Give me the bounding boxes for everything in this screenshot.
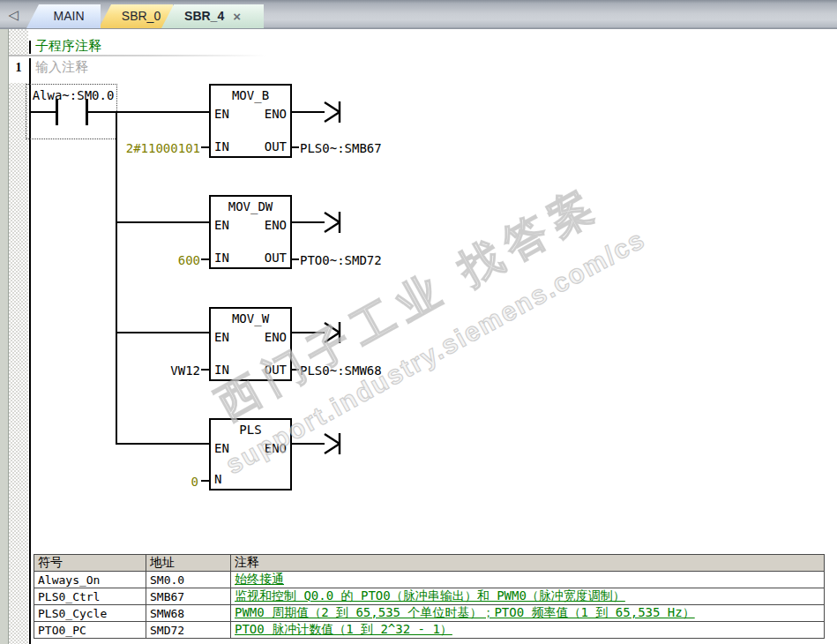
contact-bar-left[interactable]: [56, 99, 58, 125]
wire: [117, 443, 209, 445]
operand-out-value[interactable]: PTO0~:SMD72: [300, 253, 382, 267]
tab-bar: ◁ MAIN SBR_0 SBR_4 ×: [0, 0, 837, 29]
pin-in-label: IN: [214, 139, 229, 154]
block-title: MOV_W: [211, 311, 290, 326]
cell-symbol: PLS0_Cycle: [34, 605, 146, 622]
pin-en-label: EN: [214, 441, 229, 455]
wire: [292, 332, 325, 333]
cell-symbol: PLS0_Ctrl: [34, 588, 146, 605]
wire: [117, 221, 209, 223]
cell-symbol: PTO0_PC: [34, 622, 146, 639]
table-row: PLS0_Cycle SMW68 PWM0 周期值（2 到 65,535 个单位…: [34, 605, 825, 622]
power-rail: [29, 58, 31, 644]
wire: [117, 332, 209, 333]
table-row: PLS0_Ctrl SMB67 监视和控制 Q0.0 的 PTO0（脉冲串输出）…: [34, 588, 825, 605]
block-pls[interactable]: PLS EN ENO N: [209, 418, 292, 490]
pin-tick: [292, 369, 299, 371]
col-header-address: 地址: [146, 555, 231, 572]
pin-out-label: OUT: [265, 139, 287, 154]
operand-in-value[interactable]: 0: [94, 475, 198, 489]
operand-out-value[interactable]: PLS0~:SMW68: [300, 363, 382, 378]
tab-main[interactable]: MAIN: [26, 4, 101, 28]
open-wire-arrow-icon: [321, 432, 344, 455]
wire: [31, 111, 56, 113]
block-mov-dw[interactable]: MOV_DW EN ENO IN OUT: [209, 195, 292, 269]
symbol-table-header-row: 符号 地址 注释: [34, 555, 825, 572]
pin-tick: [292, 258, 299, 260]
pin-out-label: OUT: [265, 251, 287, 265]
pin-in-label: IN: [214, 251, 229, 265]
cell-comment: PWM0 周期值（2 到 65,535 个单位时基）；PTO0 频率值（1 到 …: [231, 605, 825, 622]
block-title: PLS: [211, 423, 290, 437]
pin-eno-label: ENO: [265, 218, 287, 232]
pin-in-label: IN: [214, 363, 229, 377]
wire: [292, 443, 325, 445]
cell-symbol: Always_On: [34, 572, 146, 588]
program-comment[interactable]: 子程序注释: [35, 38, 101, 55]
pin-eno-label: ENO: [265, 107, 287, 121]
operand-in-value[interactable]: VW12: [94, 363, 200, 378]
pin-en-label: EN: [214, 330, 229, 344]
block-title: MOV_DW: [211, 199, 290, 213]
left-splitter[interactable]: [0, 29, 9, 644]
pin-tick: [201, 146, 209, 148]
pin-tick: [201, 480, 209, 482]
open-wire-arrow-icon: [321, 321, 344, 344]
close-icon[interactable]: ×: [233, 4, 241, 28]
pin-out-label: OUT: [265, 363, 287, 377]
col-header-comment: 注释: [231, 555, 825, 572]
wire: [88, 111, 209, 113]
symbol-info-table: 符号 地址 注释 Always_On SM0.0 始终接通 PLS0_Ctrl …: [34, 554, 825, 639]
cell-address: SMW68: [146, 605, 231, 622]
open-wire-arrow-icon: [321, 101, 344, 124]
tab-scroll-left-icon[interactable]: ◁: [4, 4, 23, 26]
tab-sbr0[interactable]: SBR_0: [99, 4, 173, 28]
operand-in-value[interactable]: 2#11000101: [94, 141, 200, 155]
header-separator: [9, 55, 266, 56]
branch-wire: [116, 111, 117, 445]
wire: [292, 221, 325, 223]
block-mov-b[interactable]: MOV_B EN ENO IN OUT: [209, 84, 292, 158]
tab-sbr4[interactable]: SBR_4 ×: [161, 4, 264, 28]
pin-tick: [292, 146, 299, 148]
contact-operand[interactable]: Alwa~:SM0.0: [30, 88, 116, 102]
pin-tick: [201, 369, 209, 371]
wire: [292, 111, 325, 113]
cell-address: SMB67: [146, 588, 231, 605]
cell-address: SM0.0: [146, 572, 231, 588]
col-header-symbol: 符号: [34, 555, 146, 572]
pin-n-label: N: [214, 472, 221, 486]
network-comment[interactable]: 输入注释: [35, 59, 88, 76]
operand-out-value[interactable]: PLS0~:SMB67: [300, 141, 382, 155]
operand-in-value[interactable]: 600: [94, 253, 200, 267]
cell-comment: 监视和控制 Q0.0 的 PTO0（脉冲串输出）和 PWM0（脉冲宽度调制）: [231, 588, 825, 605]
block-title: MOV_B: [211, 88, 290, 102]
cell-comment: 始终接通: [231, 572, 825, 588]
tab-sbr4-label: SBR_4: [184, 4, 224, 28]
pin-en-label: EN: [214, 107, 229, 121]
pin-eno-label: ENO: [265, 330, 287, 344]
pin-eno-label: ENO: [265, 441, 287, 455]
network-number: 1: [10, 61, 27, 77]
table-row: PTO0_PC SMD72 PTO0 脉冲计数值（1 到 2^32 - 1）: [34, 622, 825, 639]
pin-tick: [201, 258, 209, 260]
pin-en-label: EN: [214, 218, 229, 232]
block-mov-w[interactable]: MOV_W EN ENO IN OUT: [209, 307, 292, 381]
cell-address: SMD72: [146, 622, 231, 639]
program-comment-cursor-bar: [29, 41, 31, 54]
cell-comment: PTO0 脉冲计数值（1 到 2^32 - 1）: [231, 622, 825, 639]
table-row: Always_On SM0.0 始终接通: [34, 572, 825, 588]
open-wire-arrow-icon: [321, 211, 344, 234]
ladder-editor-window: ◁ MAIN SBR_0 SBR_4 × 1 子程序注释 输入注释 西门子工业 …: [0, 0, 837, 644]
